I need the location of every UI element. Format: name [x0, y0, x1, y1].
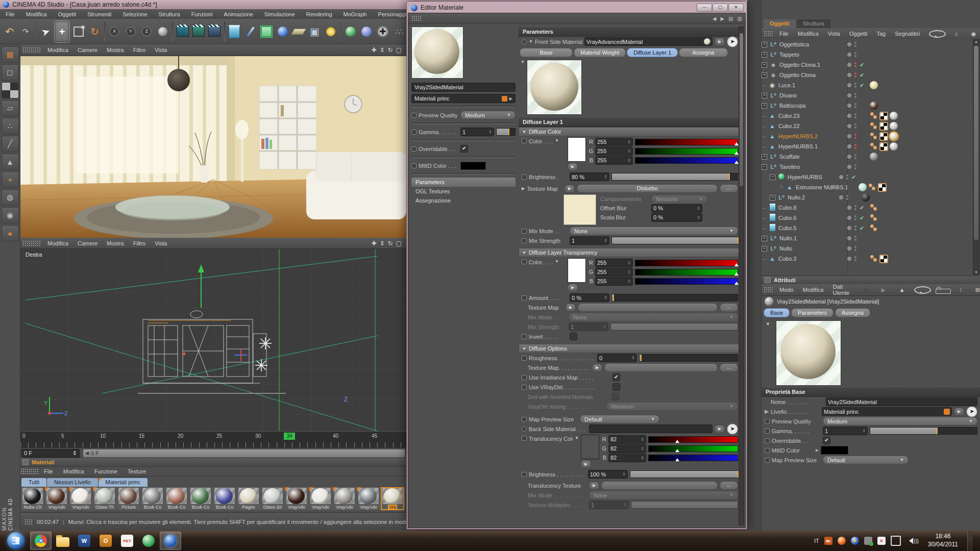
material-preview-sphere[interactable] [411, 27, 463, 79]
editor-close-button[interactable]: ✕ [728, 4, 744, 12]
color-swatch[interactable] [568, 137, 586, 162]
material-thumbnail[interactable]: Nuba Ch [21, 487, 44, 510]
preview-quality-select[interactable]: Medium▼ [823, 417, 977, 425]
back-icon[interactable]: ◀ [859, 287, 872, 293]
at-menu-modo[interactable]: Modo [775, 287, 798, 293]
materials-tab-nessun-livello[interactable]: Nessun Livello [47, 478, 98, 487]
volume-icon[interactable]: ))) [906, 538, 919, 544]
om-menu-file[interactable]: File [775, 31, 793, 37]
frame-range-slider[interactable]: ◀0 F [83, 449, 405, 458]
maximize-view-icon[interactable]: ▢ [396, 46, 402, 54]
redo-button[interactable]: ↷ [18, 21, 33, 42]
rotate-view-icon[interactable]: ↻ [388, 46, 393, 54]
tab-base[interactable]: Base [520, 48, 573, 57]
texture-tag-icon[interactable]: ◍ [2, 189, 19, 206]
texture-axis-icon[interactable]: ◉ [2, 207, 19, 223]
uvw-tag-icon[interactable] [878, 183, 887, 192]
material-thumbnail[interactable]: VrayAdv [357, 487, 380, 510]
at-menu-modifica[interactable]: Modifica [798, 287, 828, 293]
menu-selezione[interactable]: Selezione [117, 11, 153, 17]
menu-file[interactable]: File [0, 11, 20, 17]
add-cube-object[interactable] [227, 21, 242, 42]
material-editor-titlebar[interactable]: Editor Materiale — ▢ ✕ [408, 3, 746, 13]
texture-tag-icon[interactable] [890, 122, 898, 130]
taskbar-outlook[interactable]: O [95, 532, 116, 549]
material-arrow-button[interactable]: ▶ [715, 425, 725, 433]
at-menu-dati-utente[interactable]: Dati Utente [828, 284, 854, 296]
phong-tag-icon[interactable] [870, 112, 878, 120]
tree-row[interactable]: –▲Cubo.3 [762, 254, 973, 264]
avira-tray-icon[interactable] [838, 537, 846, 545]
rotate-view-icon[interactable]: ↻ [388, 240, 393, 247]
zoom-view-icon[interactable]: ⇕ [380, 240, 385, 247]
color-b-slider[interactable] [635, 157, 738, 164]
bluetooth-tray-icon[interactable]: ⚡ [851, 537, 859, 545]
material-tag-icon[interactable] [870, 153, 878, 161]
texture-arrow-button[interactable]: ▶ [589, 482, 599, 490]
menu-animazione[interactable]: Animazione [218, 11, 258, 17]
tab-diffuse-layer-1[interactable]: Diffuse Layer 1 [627, 48, 678, 57]
diffuse-color-group[interactable]: ▼Diffuse Color [519, 127, 741, 136]
collapse-arrow-icon[interactable]: ▼ [521, 60, 525, 115]
material-name-field[interactable]: Vray2SidedMaterial [411, 83, 516, 92]
om-menu-vista[interactable]: Vista [823, 31, 845, 37]
vp2-menu-modifica[interactable]: Modifica [43, 240, 73, 246]
brightness-spinner[interactable]: 100 %⇕ [588, 470, 628, 479]
tree-row[interactable]: +∗Oggetto Clona.1✔ [762, 60, 973, 70]
object-tree-scrollbar[interactable]: ▲▼ [973, 39, 979, 274]
nav-ogl-textures[interactable]: OGL Textures [411, 187, 516, 196]
attr-tab-parameters[interactable]: Parameters [791, 308, 834, 317]
vp1-menu-mostra[interactable]: Mostra [102, 47, 129, 53]
transl-g-spinner[interactable]: 82⇕ [608, 444, 646, 453]
texture-browse-button[interactable]: ... [720, 184, 738, 193]
uvw-tag-icon[interactable] [879, 255, 888, 263]
frame-spinner[interactable]: 0 F⇕ [21, 449, 80, 458]
phong-tag-icon[interactable] [868, 183, 876, 191]
material-thumbnail[interactable]: Book Co [165, 487, 188, 510]
scala-blur-spinner[interactable]: 0 %⇕ [651, 213, 702, 222]
editor-maximize-button[interactable]: ▢ [713, 4, 728, 12]
texture-arrow-button[interactable]: ▶ [566, 304, 576, 312]
pan-view-icon[interactable]: ✚ [371, 46, 376, 54]
light-tag-icon[interactable] [870, 81, 878, 89]
tree-row[interactable]: –▲Cubo.23 [762, 111, 973, 121]
phong-tag-icon[interactable] [870, 122, 878, 130]
expand-icon[interactable]: + [762, 52, 767, 58]
phong-tag-icon[interactable] [870, 224, 878, 232]
om-menu-segnalibri[interactable]: Segnalibri [890, 31, 924, 37]
phong-tag-icon[interactable] [870, 132, 878, 140]
color-r-slider[interactable] [635, 139, 738, 145]
tree-row[interactable]: +L⁰Tappeto [762, 49, 973, 60]
menu-funzioni[interactable]: Funzioni [186, 11, 218, 17]
uvw-tag-icon[interactable] [879, 142, 888, 151]
tree-row[interactable]: –Cubo.8✔ [762, 203, 973, 213]
menu-strumenti[interactable]: Strumenti [82, 11, 117, 17]
network-tray-icon[interactable] [891, 536, 901, 546]
gamma-spinner[interactable]: 1⇕ [460, 128, 494, 136]
model-mode-icon[interactable]: ◻ [2, 64, 19, 81]
attributes-material-preview[interactable] [776, 320, 841, 386]
material-arrow-button[interactable]: ▶ [715, 38, 725, 46]
material-thumbnail[interactable]: VrayAdv [45, 487, 68, 510]
roughness-slider[interactable] [639, 354, 738, 362]
tree-row[interactable]: +L⁰Nullo [762, 243, 973, 254]
coordinate-system-toggle[interactable] [155, 21, 170, 42]
texture-map-button[interactable] [604, 363, 718, 372]
color-expand-button[interactable]: ▶ [568, 163, 578, 171]
usb-tray-icon[interactable] [864, 537, 872, 545]
points-mode-icon[interactable]: ∴ [2, 118, 19, 134]
layout2-icon[interactable]: ▥ [738, 16, 742, 21]
render-picture-viewer-button[interactable] [191, 21, 206, 42]
lock-x-axis[interactable]: X [107, 21, 122, 42]
transparency-group[interactable]: ▼Diffuse Layer Transparency [519, 248, 741, 257]
color-g-spinner[interactable]: 255⇕ [595, 147, 633, 156]
transp-r-slider[interactable] [635, 260, 738, 266]
material-thumbnail-selected[interactable]: Vra [381, 487, 404, 510]
mtlid-color-swatch[interactable] [460, 162, 486, 170]
up-icon[interactable]: ▲ [895, 287, 910, 293]
vp2-menu-filtro[interactable]: Filtro [129, 240, 150, 246]
material-thumbnail[interactable]: Book Co [213, 487, 236, 510]
map-preview-size-select[interactable]: Default▼ [823, 456, 909, 464]
live-selection-tool[interactable]: ➤ [38, 21, 53, 42]
language-indicator[interactable]: IT [814, 538, 819, 544]
